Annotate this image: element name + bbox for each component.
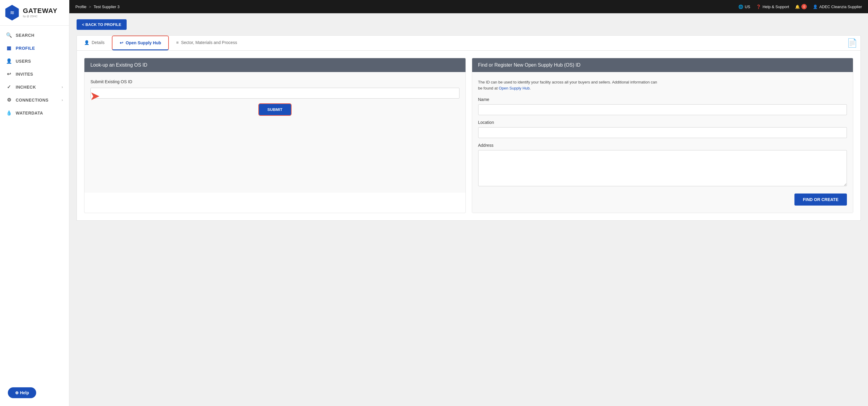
open-supply-hub-icon: ↩ (120, 40, 123, 45)
content-area: < BACK TO PROFILE 👤 Details ↩ Open Suppl… (69, 13, 868, 406)
lookup-card-header: Look-up an Existing OS ID (85, 58, 466, 72)
logo-hexagon: ≋ (4, 5, 20, 21)
sidebar-label-incheck: INCHECK (16, 85, 36, 90)
help-button[interactable]: ⊕ Help (8, 387, 36, 398)
location-group: Location (478, 120, 847, 138)
find-or-create-button[interactable]: FIND OR CREATE (795, 193, 847, 206)
back-btn-label: < BACK TO PROFILE (82, 22, 121, 27)
region-selector[interactable]: 🌐 US (738, 4, 750, 9)
sidebar-item-connections[interactable]: ⚙ CONNECTIONS › (0, 93, 69, 106)
topbar: Profile > Test Supplier 3 🌐 US ❓ Help & … (69, 0, 868, 13)
lookup-card: Look-up an Existing OS ID ➤ Submit Exist… (84, 58, 466, 213)
sidebar-label-connections: CONNECTIONS (16, 98, 49, 102)
sidebar-item-users[interactable]: 👤 USERS (0, 55, 69, 67)
logo-icon: ≋ (10, 10, 14, 15)
find-register-header: Find or Register New Open Supply Hub (OS… (472, 58, 853, 72)
bell-icon: 🔔 (795, 4, 800, 9)
globe-icon: 🌐 (738, 4, 743, 9)
region-label: US (745, 4, 750, 9)
logo-text: GATEWAY by @ ZDHC (23, 7, 58, 18)
sidebar-label-profile: PROFILE (16, 46, 35, 51)
submit-wrapper: SUBMIT (90, 103, 460, 116)
sidebar-label-search: SEARCH (16, 33, 34, 38)
sidebar-label-invites: INVITES (16, 72, 33, 76)
address-group: Address (478, 143, 847, 187)
os-id-input[interactable] (90, 88, 460, 99)
submit-button[interactable]: SUBMIT (259, 104, 291, 115)
tab-open-supply-hub-label: Open Supply Hub (126, 40, 161, 45)
notifications[interactable]: 🔔 0 (795, 4, 807, 9)
breadcrumb-profile: Profile (75, 4, 87, 9)
sidebar: ≋ GATEWAY by @ ZDHC 🔍 SEARCH ▦ PROFILE 👤… (0, 0, 69, 406)
pdf-download-icon[interactable]: 📄 (847, 38, 858, 48)
logo-sub: by @ ZDHC (23, 15, 58, 18)
name-group: Name (478, 97, 847, 115)
sidebar-label-users: USERS (16, 59, 31, 64)
connections-icon: ⚙ (6, 97, 12, 103)
topbar-actions: 🌐 US ❓ Help & Support 🔔 0 👤 ADEC Cleanzi… (738, 4, 862, 9)
sidebar-item-search[interactable]: 🔍 SEARCH (0, 29, 69, 41)
invites-icon: ↩ (6, 71, 12, 77)
cards-container: Look-up an Existing OS ID ➤ Submit Exist… (76, 51, 861, 221)
main-area: Profile > Test Supplier 3 🌐 US ❓ Help & … (69, 0, 868, 406)
breadcrumb-separator: > (89, 4, 91, 9)
sector-icon: ≡ (176, 40, 179, 45)
submit-btn-highlight: SUBMIT (258, 103, 291, 116)
sidebar-item-waterdata[interactable]: 💧 WATERDATA (0, 106, 69, 119)
sidebar-item-profile[interactable]: ▦ PROFILE (0, 41, 69, 55)
user-menu[interactable]: 👤 ADEC Cleanzia Supplier (813, 4, 862, 9)
location-label: Location (478, 120, 847, 125)
help-support-link[interactable]: ❓ Help & Support (756, 4, 789, 9)
profile-icon: ▦ (6, 45, 12, 51)
logo-title: GATEWAY (23, 7, 58, 14)
tab-sector-label: Sector, Materials and Process (181, 40, 237, 45)
sidebar-nav: 🔍 SEARCH ▦ PROFILE 👤 USERS ↩ INVITES ✓ I… (0, 26, 69, 379)
name-input[interactable] (478, 104, 847, 115)
incheck-arrow-icon: › (62, 85, 63, 89)
find-register-title: Find or Register New Open Supply Hub (OS… (478, 62, 581, 67)
user-icon: 👤 (813, 4, 818, 9)
user-name: ADEC Cleanzia Supplier (819, 4, 862, 9)
sidebar-item-invites[interactable]: ↩ INVITES (0, 67, 69, 81)
help-section: ⊕ Help (3, 382, 66, 403)
open-supply-hub-link[interactable]: Open Supply Hub (499, 86, 530, 90)
details-tab-icon: 👤 (84, 40, 89, 45)
sidebar-label-waterdata: WATERDATA (16, 111, 43, 116)
profile-tabs: 👤 Details ↩ Open Supply Hub ≡ Sector, Ma… (76, 35, 861, 51)
incheck-icon: ✓ (6, 84, 12, 90)
address-label: Address (478, 143, 847, 148)
search-icon: 🔍 (6, 32, 12, 38)
location-input[interactable] (478, 127, 847, 138)
submit-btn-label: SUBMIT (268, 107, 282, 112)
tab-details-label: Details (92, 40, 104, 45)
lookup-card-title: Look-up an Existing OS ID (90, 62, 148, 67)
back-to-profile-button[interactable]: < BACK TO PROFILE (76, 19, 127, 30)
notification-count: 0 (801, 4, 807, 9)
breadcrumb-supplier: Test Supplier 3 (93, 4, 119, 9)
sidebar-item-incheck[interactable]: ✓ INCHECK › (0, 81, 69, 93)
find-register-body: The ID can be used to identify your faci… (472, 72, 853, 213)
address-textarea[interactable] (478, 150, 847, 186)
tab-details[interactable]: 👤 Details (77, 36, 112, 50)
tab-open-supply-hub[interactable]: ↩ Open Supply Hub (112, 36, 169, 50)
arrow-pointer: ➤ (90, 89, 100, 103)
users-icon: 👤 (6, 58, 12, 64)
lookup-card-body: ➤ Submit Existing OS ID SUBMIT (85, 72, 466, 193)
help-button-label: ⊕ Help (15, 390, 29, 395)
breadcrumb: Profile > Test Supplier 3 (75, 4, 119, 9)
help-icon: ❓ (756, 4, 761, 9)
name-label: Name (478, 97, 847, 102)
find-register-card: Find or Register New Open Supply Hub (OS… (472, 58, 854, 213)
help-label: Help & Support (763, 4, 789, 9)
description-text: The ID can be used to identify your faci… (478, 79, 847, 91)
logo-area: ≋ GATEWAY by @ ZDHC (0, 0, 69, 26)
waterdata-icon: 💧 (6, 110, 12, 116)
tab-sector-materials[interactable]: ≡ Sector, Materials and Process (169, 36, 244, 50)
find-create-label: FIND OR CREATE (803, 197, 838, 202)
connections-arrow-icon: › (62, 98, 63, 102)
os-id-label: Submit Existing OS ID (90, 79, 460, 84)
